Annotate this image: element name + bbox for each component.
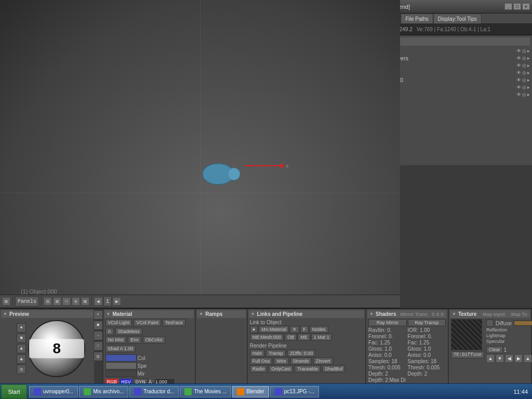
more-icon[interactable]: ▸ <box>527 70 530 75</box>
render-icon[interactable]: ◎ <box>522 48 526 54</box>
tex-up-btn[interactable]: ▲ <box>486 354 495 363</box>
page-num[interactable]: 1 <box>103 296 112 307</box>
eye-icon[interactable]: 👁 <box>516 92 521 97</box>
preview-btn5[interactable]: ⊡ <box>17 365 26 374</box>
diffuse-cb[interactable] <box>486 320 494 327</box>
tex-te-diffuse[interactable]: TE:Diffuse <box>451 351 484 358</box>
panels-menu[interactable]: Panels <box>15 296 39 307</box>
taskbar-item-blender[interactable]: Blender <box>232 386 269 397</box>
icon-b5[interactable]: ⊠ <box>81 297 89 305</box>
shaders-label: Shaders <box>376 311 396 317</box>
spe-swatch[interactable] <box>105 362 137 369</box>
render-icon[interactable]: ◎ <box>522 56 526 61</box>
strands-btn[interactable]: Strands <box>290 357 312 365</box>
ob-btn[interactable]: OB <box>285 334 297 341</box>
preview-btn1[interactable]: ● <box>17 323 26 332</box>
tree-controls: 👁 ◎ ▸ <box>516 63 530 68</box>
tab-file-paths[interactable]: File Paths <box>401 14 433 24</box>
eye-icon[interactable]: 👁 <box>516 85 521 90</box>
shadbuf-btn[interactable]: ShadBuf <box>322 365 345 373</box>
mat-num-btn[interactable]: 1 Mat 1 <box>311 334 332 341</box>
taskbar-item-uvmapper[interactable]: uvmapper0... <box>29 386 78 397</box>
render-icon[interactable]: ◎ <box>522 92 526 97</box>
taskbar-item-movies[interactable]: The Movies ... <box>180 386 231 397</box>
mir-swatch[interactable] <box>105 370 137 377</box>
main-minimize[interactable]: _ <box>504 3 512 10</box>
more-icon[interactable]: ▸ <box>527 92 530 97</box>
render-icon[interactable]: ◎ <box>522 63 526 68</box>
col-swatch[interactable] <box>105 354 137 362</box>
tex-left-btn[interactable]: ◀ <box>505 354 513 363</box>
clear-btn[interactable]: Clear <box>486 346 503 353</box>
me-row: ME:Mesh:000 OB ME 1 Mat 1 <box>250 334 363 341</box>
shad-a-btn[interactable]: Shad A 1.00 <box>105 345 136 352</box>
icon-b6[interactable]: ◀ <box>94 297 102 305</box>
ma-material-btn[interactable]: MA:Material <box>259 326 289 333</box>
onlycast-btn[interactable]: OnlyCast <box>269 365 293 373</box>
no-mist-btn[interactable]: No Mist <box>105 336 127 343</box>
more-icon[interactable]: ▸ <box>527 85 530 90</box>
prev-right-btn2[interactable]: ■ <box>94 321 103 330</box>
zinvert-btn[interactable]: ZInvert <box>313 357 333 365</box>
obcolor-btn[interactable]: ObColor <box>143 336 166 343</box>
tex-down-btn[interactable]: ▼ <box>496 354 504 363</box>
ray-transp-btn[interactable]: Ray Transp <box>408 319 446 326</box>
nodes-btn[interactable]: Nodes <box>310 326 328 333</box>
zoffs-btn[interactable]: ZOffs: 0.00 <box>287 350 315 357</box>
more-icon[interactable]: ▸ <box>527 56 530 61</box>
prev-right-btn3[interactable]: - <box>94 331 103 340</box>
shadeless-btn[interactable]: Shadeless <box>115 328 142 335</box>
radio-btn[interactable]: Radio <box>250 365 268 373</box>
texface-btn[interactable]: TexFace <box>163 319 185 326</box>
traceable-btn[interactable]: Traceable <box>295 365 321 373</box>
vcol-light-btn[interactable]: VCol Light <box>105 319 132 326</box>
preview-btn4[interactable]: ◆ <box>17 354 26 364</box>
tab-display-tooltips[interactable]: Display:Tool Tips <box>433 14 482 24</box>
transp-btn[interactable]: Transp <box>266 350 286 357</box>
f-btn[interactable]: F <box>300 326 309 333</box>
me-mesh-btn[interactable]: ME:Mesh:000 <box>250 334 284 341</box>
me-btn[interactable]: ME <box>298 334 310 341</box>
wire-btn[interactable]: Wire <box>274 357 289 365</box>
more-icon[interactable]: ▸ <box>527 77 530 83</box>
preview-btn2[interactable]: ■ <box>17 334 26 343</box>
fullosa-btn[interactable]: Full Osa <box>250 357 273 365</box>
render-icon[interactable]: ◎ <box>522 70 526 75</box>
render-icon[interactable]: ◎ <box>522 77 526 83</box>
eye-icon[interactable]: 👁 <box>516 56 521 61</box>
a-btn[interactable]: A <box>105 328 114 335</box>
prev-right-btn1[interactable]: + <box>94 310 103 320</box>
icon-b4[interactable]: ⊙ <box>72 297 80 305</box>
more-icon[interactable]: ▸ <box>527 63 530 68</box>
taskbar-item-archivo[interactable]: Mis archivo... <box>79 386 128 397</box>
more-icon[interactable]: ▸ <box>527 48 530 54</box>
eye-icon[interactable]: 👁 <box>516 63 521 68</box>
start-button[interactable]: Start <box>1 384 27 399</box>
prev-right-btn5[interactable]: ⊡ <box>94 352 103 361</box>
render-icon[interactable]: ◎ <box>522 85 526 90</box>
ma-btn[interactable]: ● <box>250 326 258 333</box>
preview-btn3[interactable]: ▲ <box>17 344 26 353</box>
main-close[interactable]: ✕ <box>522 3 530 10</box>
prev-right-btn4[interactable]: ○ <box>94 341 103 351</box>
icon-b3[interactable]: ↔ <box>62 297 71 305</box>
env-btn[interactable]: Env <box>128 336 141 343</box>
tex-up2-btn[interactable]: ▲ <box>524 354 532 363</box>
icon-b2[interactable]: ⊞ <box>53 297 61 305</box>
diffuse-color-swatch[interactable] <box>514 321 532 326</box>
taskbar-item-jpg[interactable]: pc13.JPG -... <box>270 386 319 397</box>
main-maximize[interactable]: □ <box>513 3 521 10</box>
ray-mirror-btn[interactable]: Ray Mirror <box>368 319 406 326</box>
icon-b1[interactable]: ⊡ <box>44 297 52 305</box>
x-btn[interactable]: ✕ <box>290 326 299 333</box>
tex-right-btn[interactable]: ▶ <box>514 354 523 363</box>
eye-icon[interactable]: 👁 <box>516 77 521 83</box>
eye-icon[interactable]: 👁 <box>516 70 521 75</box>
vcol-paint-btn[interactable]: VCol Paint <box>134 319 161 326</box>
panels-icon[interactable]: ⊞ <box>2 297 10 305</box>
eye-icon[interactable]: 👁 <box>516 48 521 54</box>
material-btn-row2: No Mist Env ObColor Shad A 1.00 <box>105 336 193 352</box>
icon-b7[interactable]: ▶ <box>113 297 121 305</box>
halo-btn[interactable]: Halo <box>250 350 265 357</box>
taskbar-item-traductor[interactable]: Traductor d... <box>129 386 179 397</box>
